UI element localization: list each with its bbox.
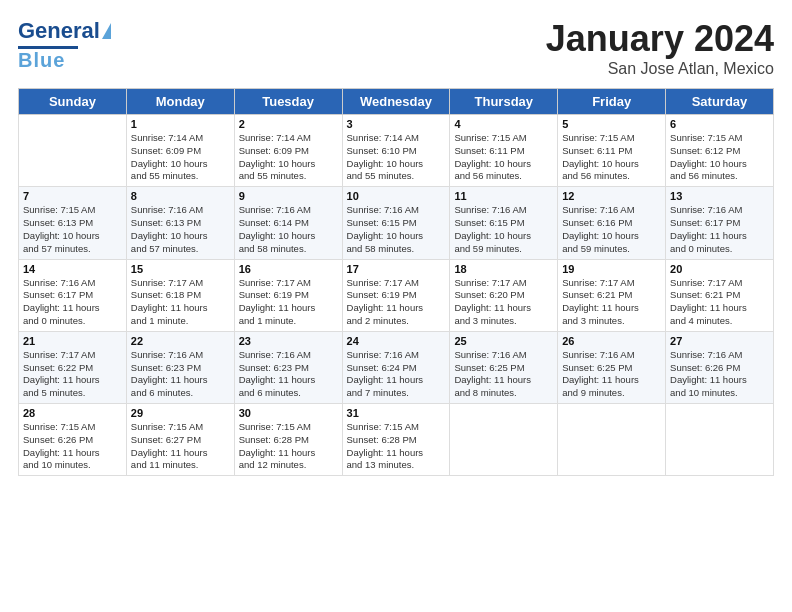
day-number: 24 bbox=[347, 335, 446, 347]
day-number: 5 bbox=[562, 118, 661, 130]
day-number: 19 bbox=[562, 263, 661, 275]
calendar-cell: 29Sunrise: 7:15 AM Sunset: 6:27 PM Dayli… bbox=[126, 404, 234, 476]
day-info: Sunrise: 7:16 AM Sunset: 6:26 PM Dayligh… bbox=[670, 349, 769, 400]
calendar-cell: 27Sunrise: 7:16 AM Sunset: 6:26 PM Dayli… bbox=[666, 331, 774, 403]
calendar-cell: 16Sunrise: 7:17 AM Sunset: 6:19 PM Dayli… bbox=[234, 259, 342, 331]
calendar-cell: 20Sunrise: 7:17 AM Sunset: 6:21 PM Dayli… bbox=[666, 259, 774, 331]
logo-blue: Blue bbox=[18, 49, 65, 72]
day-number: 20 bbox=[670, 263, 769, 275]
day-info: Sunrise: 7:16 AM Sunset: 6:25 PM Dayligh… bbox=[562, 349, 661, 400]
calendar-cell: 21Sunrise: 7:17 AM Sunset: 6:22 PM Dayli… bbox=[19, 331, 127, 403]
header-row: Sunday Monday Tuesday Wednesday Thursday… bbox=[19, 89, 774, 115]
col-thursday: Thursday bbox=[450, 89, 558, 115]
day-info: Sunrise: 7:17 AM Sunset: 6:22 PM Dayligh… bbox=[23, 349, 122, 400]
day-info: Sunrise: 7:14 AM Sunset: 6:09 PM Dayligh… bbox=[239, 132, 338, 183]
day-info: Sunrise: 7:14 AM Sunset: 6:09 PM Dayligh… bbox=[131, 132, 230, 183]
day-info: Sunrise: 7:15 AM Sunset: 6:13 PM Dayligh… bbox=[23, 204, 122, 255]
calendar-cell bbox=[19, 115, 127, 187]
day-number: 21 bbox=[23, 335, 122, 347]
day-info: Sunrise: 7:15 AM Sunset: 6:26 PM Dayligh… bbox=[23, 421, 122, 472]
calendar-cell: 1Sunrise: 7:14 AM Sunset: 6:09 PM Daylig… bbox=[126, 115, 234, 187]
day-number: 22 bbox=[131, 335, 230, 347]
day-info: Sunrise: 7:16 AM Sunset: 6:17 PM Dayligh… bbox=[670, 204, 769, 255]
day-info: Sunrise: 7:16 AM Sunset: 6:16 PM Dayligh… bbox=[562, 204, 661, 255]
calendar-cell: 24Sunrise: 7:16 AM Sunset: 6:24 PM Dayli… bbox=[342, 331, 450, 403]
calendar-cell: 28Sunrise: 7:15 AM Sunset: 6:26 PM Dayli… bbox=[19, 404, 127, 476]
page: General Blue January 2024 San Jose Atlan… bbox=[0, 0, 792, 612]
calendar-table: Sunday Monday Tuesday Wednesday Thursday… bbox=[18, 88, 774, 476]
day-number: 8 bbox=[131, 190, 230, 202]
calendar-week-4: 21Sunrise: 7:17 AM Sunset: 6:22 PM Dayli… bbox=[19, 331, 774, 403]
calendar-cell: 25Sunrise: 7:16 AM Sunset: 6:25 PM Dayli… bbox=[450, 331, 558, 403]
calendar-cell: 9Sunrise: 7:16 AM Sunset: 6:14 PM Daylig… bbox=[234, 187, 342, 259]
day-number: 3 bbox=[347, 118, 446, 130]
day-info: Sunrise: 7:17 AM Sunset: 6:21 PM Dayligh… bbox=[670, 277, 769, 328]
col-wednesday: Wednesday bbox=[342, 89, 450, 115]
day-info: Sunrise: 7:17 AM Sunset: 6:19 PM Dayligh… bbox=[347, 277, 446, 328]
col-sunday: Sunday bbox=[19, 89, 127, 115]
calendar-cell: 22Sunrise: 7:16 AM Sunset: 6:23 PM Dayli… bbox=[126, 331, 234, 403]
logo-triangle-icon bbox=[102, 23, 111, 39]
day-info: Sunrise: 7:16 AM Sunset: 6:13 PM Dayligh… bbox=[131, 204, 230, 255]
day-number: 18 bbox=[454, 263, 553, 275]
col-monday: Monday bbox=[126, 89, 234, 115]
calendar-cell: 30Sunrise: 7:15 AM Sunset: 6:28 PM Dayli… bbox=[234, 404, 342, 476]
day-info: Sunrise: 7:16 AM Sunset: 6:14 PM Dayligh… bbox=[239, 204, 338, 255]
calendar-cell bbox=[666, 404, 774, 476]
calendar-week-1: 1Sunrise: 7:14 AM Sunset: 6:09 PM Daylig… bbox=[19, 115, 774, 187]
subtitle: San Jose Atlan, Mexico bbox=[546, 60, 774, 78]
title-block: January 2024 San Jose Atlan, Mexico bbox=[546, 18, 774, 78]
calendar-cell: 11Sunrise: 7:16 AM Sunset: 6:15 PM Dayli… bbox=[450, 187, 558, 259]
day-number: 4 bbox=[454, 118, 553, 130]
calendar-cell: 14Sunrise: 7:16 AM Sunset: 6:17 PM Dayli… bbox=[19, 259, 127, 331]
day-info: Sunrise: 7:17 AM Sunset: 6:18 PM Dayligh… bbox=[131, 277, 230, 328]
day-number: 7 bbox=[23, 190, 122, 202]
calendar-cell: 17Sunrise: 7:17 AM Sunset: 6:19 PM Dayli… bbox=[342, 259, 450, 331]
day-number: 23 bbox=[239, 335, 338, 347]
day-number: 10 bbox=[347, 190, 446, 202]
day-info: Sunrise: 7:15 AM Sunset: 6:28 PM Dayligh… bbox=[347, 421, 446, 472]
calendar-cell bbox=[558, 404, 666, 476]
calendar-cell: 10Sunrise: 7:16 AM Sunset: 6:15 PM Dayli… bbox=[342, 187, 450, 259]
day-info: Sunrise: 7:15 AM Sunset: 6:12 PM Dayligh… bbox=[670, 132, 769, 183]
day-info: Sunrise: 7:15 AM Sunset: 6:11 PM Dayligh… bbox=[562, 132, 661, 183]
col-friday: Friday bbox=[558, 89, 666, 115]
day-info: Sunrise: 7:15 AM Sunset: 6:27 PM Dayligh… bbox=[131, 421, 230, 472]
day-number: 14 bbox=[23, 263, 122, 275]
day-number: 6 bbox=[670, 118, 769, 130]
day-info: Sunrise: 7:16 AM Sunset: 6:15 PM Dayligh… bbox=[347, 204, 446, 255]
day-info: Sunrise: 7:15 AM Sunset: 6:28 PM Dayligh… bbox=[239, 421, 338, 472]
day-number: 27 bbox=[670, 335, 769, 347]
day-number: 13 bbox=[670, 190, 769, 202]
calendar-week-3: 14Sunrise: 7:16 AM Sunset: 6:17 PM Dayli… bbox=[19, 259, 774, 331]
col-tuesday: Tuesday bbox=[234, 89, 342, 115]
calendar-cell: 4Sunrise: 7:15 AM Sunset: 6:11 PM Daylig… bbox=[450, 115, 558, 187]
logo-general: General bbox=[18, 18, 100, 44]
logo: General Blue bbox=[18, 18, 111, 72]
day-info: Sunrise: 7:16 AM Sunset: 6:17 PM Dayligh… bbox=[23, 277, 122, 328]
day-info: Sunrise: 7:17 AM Sunset: 6:19 PM Dayligh… bbox=[239, 277, 338, 328]
day-number: 2 bbox=[239, 118, 338, 130]
col-saturday: Saturday bbox=[666, 89, 774, 115]
day-info: Sunrise: 7:14 AM Sunset: 6:10 PM Dayligh… bbox=[347, 132, 446, 183]
calendar-cell: 26Sunrise: 7:16 AM Sunset: 6:25 PM Dayli… bbox=[558, 331, 666, 403]
day-number: 11 bbox=[454, 190, 553, 202]
day-number: 28 bbox=[23, 407, 122, 419]
calendar-cell: 5Sunrise: 7:15 AM Sunset: 6:11 PM Daylig… bbox=[558, 115, 666, 187]
day-info: Sunrise: 7:15 AM Sunset: 6:11 PM Dayligh… bbox=[454, 132, 553, 183]
day-info: Sunrise: 7:17 AM Sunset: 6:21 PM Dayligh… bbox=[562, 277, 661, 328]
day-number: 16 bbox=[239, 263, 338, 275]
day-number: 12 bbox=[562, 190, 661, 202]
calendar-cell: 15Sunrise: 7:17 AM Sunset: 6:18 PM Dayli… bbox=[126, 259, 234, 331]
calendar-cell: 3Sunrise: 7:14 AM Sunset: 6:10 PM Daylig… bbox=[342, 115, 450, 187]
calendar-cell: 18Sunrise: 7:17 AM Sunset: 6:20 PM Dayli… bbox=[450, 259, 558, 331]
calendar-cell: 8Sunrise: 7:16 AM Sunset: 6:13 PM Daylig… bbox=[126, 187, 234, 259]
calendar-cell: 12Sunrise: 7:16 AM Sunset: 6:16 PM Dayli… bbox=[558, 187, 666, 259]
calendar-cell: 7Sunrise: 7:15 AM Sunset: 6:13 PM Daylig… bbox=[19, 187, 127, 259]
day-number: 25 bbox=[454, 335, 553, 347]
day-info: Sunrise: 7:16 AM Sunset: 6:23 PM Dayligh… bbox=[239, 349, 338, 400]
calendar-cell: 19Sunrise: 7:17 AM Sunset: 6:21 PM Dayli… bbox=[558, 259, 666, 331]
day-info: Sunrise: 7:16 AM Sunset: 6:24 PM Dayligh… bbox=[347, 349, 446, 400]
day-number: 9 bbox=[239, 190, 338, 202]
day-info: Sunrise: 7:17 AM Sunset: 6:20 PM Dayligh… bbox=[454, 277, 553, 328]
